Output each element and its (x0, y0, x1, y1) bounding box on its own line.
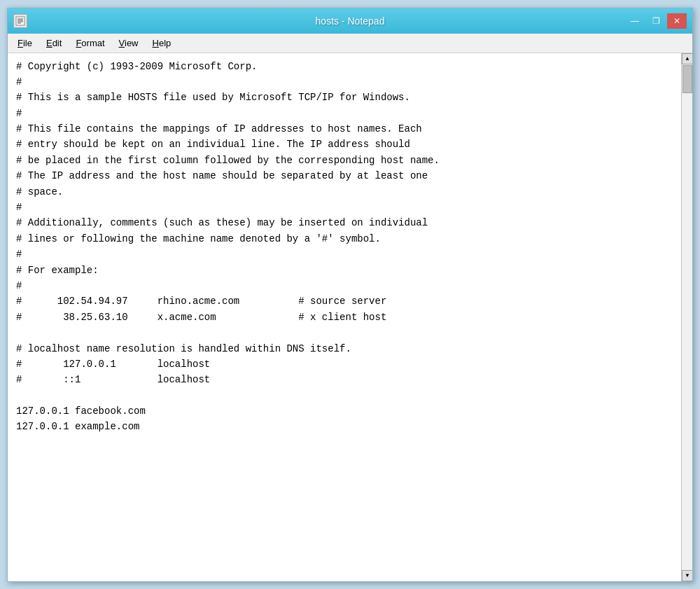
scrollbar[interactable]: ▲ ▼ (681, 53, 692, 581)
close-button[interactable]: ✕ (667, 13, 687, 29)
scroll-up-button[interactable]: ▲ (682, 53, 692, 64)
window-controls: — ❐ ✕ (625, 13, 687, 29)
menu-file[interactable]: File (10, 36, 39, 50)
maximize-button[interactable]: ❐ (646, 13, 666, 29)
scrollbar-space (682, 94, 692, 570)
menu-format[interactable]: Format (69, 36, 111, 50)
titlebar-left (13, 14, 27, 28)
svg-rect-0 (16, 17, 24, 25)
window-title: hosts - Notepad (316, 15, 385, 27)
titlebar: hosts - Notepad — ❐ ✕ (8, 8, 692, 34)
scrollbar-thumb[interactable] (682, 65, 692, 93)
menu-view[interactable]: View (112, 36, 146, 50)
content-area: # Copyright (c) 1993-2009 Microsoft Corp… (8, 53, 692, 581)
scroll-down-button[interactable]: ▼ (682, 570, 692, 581)
notepad-window: hosts - Notepad — ❐ ✕ File Edit Format V… (7, 8, 693, 582)
menubar: File Edit Format View Help (8, 34, 692, 53)
minimize-button[interactable]: — (625, 13, 645, 29)
menu-help[interactable]: Help (146, 36, 178, 50)
text-editor[interactable]: # Copyright (c) 1993-2009 Microsoft Corp… (8, 53, 681, 581)
menu-edit[interactable]: Edit (39, 36, 69, 50)
app-icon (13, 14, 27, 28)
